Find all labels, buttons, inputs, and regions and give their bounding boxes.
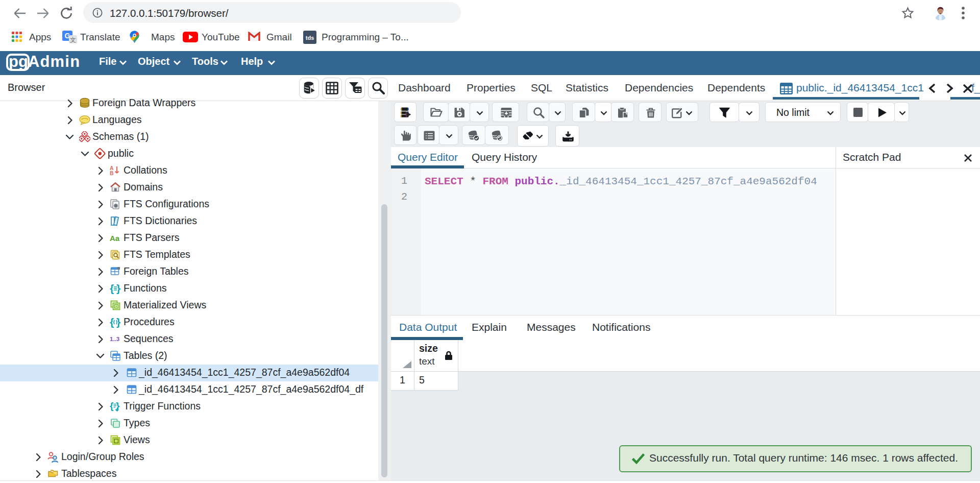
svg-text:文: 文 (70, 36, 76, 43)
svg-text:tds: tds (306, 35, 314, 41)
